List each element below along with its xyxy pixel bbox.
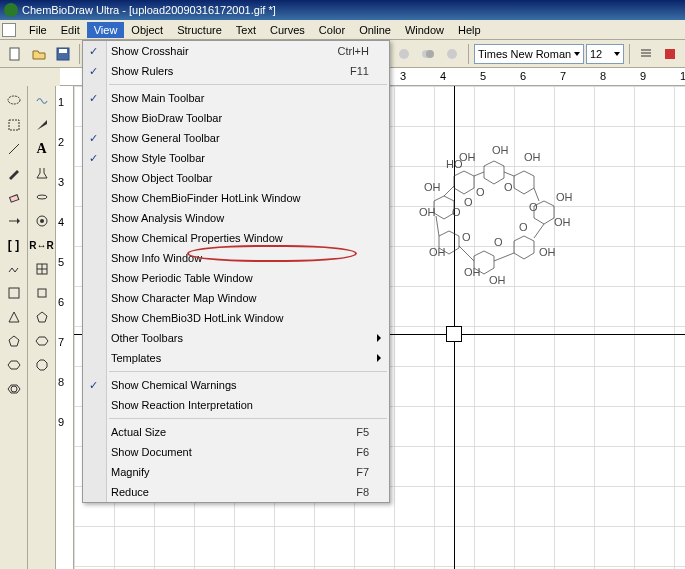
tool-btn-b[interactable] <box>417 43 439 65</box>
menu-shortcut: F11 <box>350 65 369 77</box>
svg-rect-16 <box>9 288 19 298</box>
molecule-structure[interactable]: OHOHOH OHOHOH OHOHOH OHOHHO OOO OOO OO <box>404 146 584 306</box>
ruler-tick: 1 <box>58 96 64 108</box>
view-menu-dropdown: ✓Show CrosshairCtrl+H✓Show RulersF11✓Sho… <box>82 40 390 503</box>
menu-view[interactable]: View <box>87 22 125 38</box>
font-size-select[interactable]: 12 <box>586 44 624 64</box>
menu-file[interactable]: File <box>22 22 54 38</box>
cyclopentadiene-tool[interactable] <box>31 306 53 328</box>
menu-item-show-rulers[interactable]: ✓Show RulersF11 <box>83 61 389 81</box>
orbital-tool[interactable] <box>31 186 53 208</box>
menu-item-label: Actual Size <box>111 426 166 438</box>
menu-item-magnify[interactable]: MagnifyF7 <box>83 462 389 482</box>
menu-item-show-style-toolbar[interactable]: ✓Show Style Toolbar <box>83 148 389 168</box>
pentagon-tool[interactable] <box>3 330 25 352</box>
ruler-tick: 10 <box>680 70 685 82</box>
svg-point-20 <box>40 219 44 223</box>
menu-item-show-biodraw-toolbar[interactable]: Show BioDraw Toolbar <box>83 108 389 128</box>
open-button[interactable] <box>28 43 50 65</box>
menu-item-show-character-map-window[interactable]: Show Character Map Window <box>83 288 389 308</box>
wedge-tool[interactable] <box>31 114 53 136</box>
menu-item-show-chemical-properties-window[interactable]: Show Chemical Properties Window <box>83 228 389 248</box>
menu-item-show-reaction-interpretation[interactable]: Show Reaction Interpretation <box>83 395 389 415</box>
cyclooctane-tool[interactable] <box>31 354 53 376</box>
toolbar-separator <box>468 44 469 64</box>
lasso-tool[interactable] <box>3 90 25 112</box>
document-icon[interactable] <box>2 23 16 37</box>
cyclohexane-tool[interactable] <box>31 330 53 352</box>
menu-item-show-main-toolbar[interactable]: ✓Show Main Toolbar <box>83 88 389 108</box>
eraser-tool[interactable] <box>3 186 25 208</box>
menu-item-show-general-toolbar[interactable]: ✓Show General Toolbar <box>83 128 389 148</box>
menu-item-label: Show Object Toolbar <box>111 172 212 184</box>
menu-item-show-chembiofinder-hotlink-window[interactable]: Show ChemBioFinder HotLink Window <box>83 188 389 208</box>
menu-structure[interactable]: Structure <box>170 22 229 38</box>
menu-item-show-crosshair[interactable]: ✓Show CrosshairCtrl+H <box>83 41 389 61</box>
marquee-tool[interactable] <box>3 114 25 136</box>
menu-item-label: Show ChemBioFinder HotLink Window <box>111 192 301 204</box>
svg-line-26 <box>504 172 514 176</box>
svg-text:OH: OH <box>489 274 506 286</box>
menu-item-show-chemical-warnings[interactable]: ✓Show Chemical Warnings <box>83 375 389 395</box>
cursor-indicator <box>446 326 462 342</box>
menu-curves[interactable]: Curves <box>263 22 312 38</box>
menu-item-label: Show ChemBio3D HotLink Window <box>111 312 283 324</box>
menu-item-show-chembio3d-hotlink-window[interactable]: Show ChemBio3D HotLink Window <box>83 308 389 328</box>
font-select[interactable]: Times New Roman <box>474 44 584 64</box>
menu-object[interactable]: Object <box>124 22 170 38</box>
menu-color[interactable]: Color <box>312 22 352 38</box>
new-button[interactable] <box>4 43 26 65</box>
menu-item-other-toolbars[interactable]: Other Toolbars <box>83 328 389 348</box>
color-button[interactable] <box>659 43 681 65</box>
svg-text:O: O <box>494 236 503 248</box>
arrow-tool[interactable] <box>3 210 25 232</box>
check-icon: ✓ <box>89 65 98 78</box>
table-tool[interactable] <box>31 258 53 280</box>
submenu-arrow-icon <box>377 354 381 362</box>
tool-btn-a[interactable] <box>393 43 415 65</box>
menu-help[interactable]: Help <box>451 22 488 38</box>
check-icon: ✓ <box>89 379 98 392</box>
benzene-tool[interactable] <box>3 378 25 400</box>
square-tool[interactable] <box>31 282 53 304</box>
triangle-tool[interactable] <box>3 306 25 328</box>
menu-separator <box>109 84 387 85</box>
menu-item-show-info-window[interactable]: Show Info Window <box>83 248 389 268</box>
menu-item-show-document[interactable]: Show DocumentF6 <box>83 442 389 462</box>
ruler-tick: 7 <box>560 70 566 82</box>
menu-text[interactable]: Text <box>229 22 263 38</box>
menu-item-show-periodic-table-window[interactable]: Show Periodic Table Window <box>83 268 389 288</box>
tool-btn-c[interactable] <box>441 43 463 65</box>
save-button[interactable] <box>52 43 74 65</box>
query-tool[interactable]: R↔R <box>31 234 53 256</box>
ruler-tick: 8 <box>600 70 606 82</box>
svg-text:OH: OH <box>419 206 436 218</box>
menu-edit[interactable]: Edit <box>54 22 87 38</box>
menu-item-templates[interactable]: Templates <box>83 348 389 368</box>
menu-item-label: Templates <box>111 352 161 364</box>
atom-tool[interactable] <box>31 210 53 232</box>
svg-rect-24 <box>38 289 46 297</box>
menu-item-reduce[interactable]: ReduceF8 <box>83 482 389 502</box>
menu-online[interactable]: Online <box>352 22 398 38</box>
bracket-tool[interactable]: [ ] <box>3 234 25 256</box>
text-tool[interactable]: A <box>31 138 53 160</box>
hexagon-tool[interactable] <box>3 354 25 376</box>
menu-item-label: Show Analysis Window <box>111 212 224 224</box>
chain-tool[interactable] <box>3 258 25 280</box>
menu-item-show-object-toolbar[interactable]: Show Object Toolbar <box>83 168 389 188</box>
svg-line-27 <box>534 188 539 201</box>
menu-window[interactable]: Window <box>398 22 451 38</box>
menu-item-actual-size[interactable]: Actual SizeF5 <box>83 422 389 442</box>
svg-line-31 <box>436 216 439 236</box>
biodraw-tool[interactable] <box>31 90 53 112</box>
pen-tool[interactable] <box>3 162 25 184</box>
dropdown-arrow-icon <box>614 52 620 56</box>
menu-item-show-analysis-window[interactable]: Show Analysis Window <box>83 208 389 228</box>
svg-point-5 <box>426 50 434 58</box>
chemistry-tool[interactable] <box>31 162 53 184</box>
ruler-tick: 9 <box>58 416 64 428</box>
align-button[interactable] <box>635 43 657 65</box>
template-tool[interactable] <box>3 282 25 304</box>
bond-tool[interactable] <box>3 138 25 160</box>
